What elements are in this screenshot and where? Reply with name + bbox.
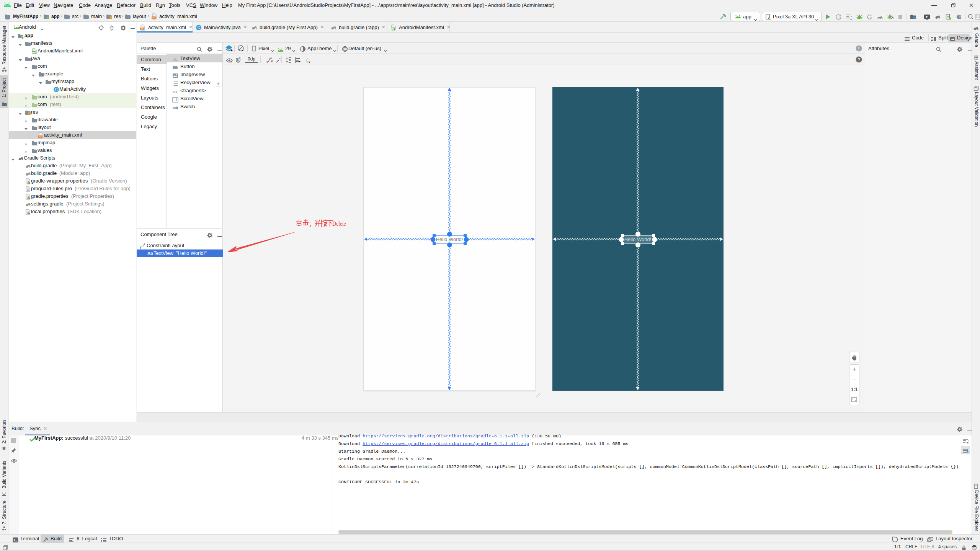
svg-text:<>: <> [141, 28, 144, 31]
svg-text:<>: <> [173, 90, 178, 94]
svg-text:Ab: Ab [173, 58, 177, 62]
svg-text:C: C [197, 26, 200, 30]
svg-text:Hello World!: Hello World! [436, 236, 463, 242]
svg-text:MF: MF [32, 51, 35, 54]
svg-text:A: A [840, 16, 841, 20]
svg-text:MF: MF [391, 28, 394, 30]
svg-text:Delete: Delete [332, 220, 346, 227]
svg-text:I: I [306, 57, 307, 62]
svg-text:<>: <> [39, 135, 42, 138]
svg-text:C: C [55, 87, 57, 91]
svg-text:Hello World!: Hello World! [624, 236, 652, 242]
svg-text:<>: <> [152, 16, 155, 19]
svg-text:?: ? [858, 57, 860, 62]
